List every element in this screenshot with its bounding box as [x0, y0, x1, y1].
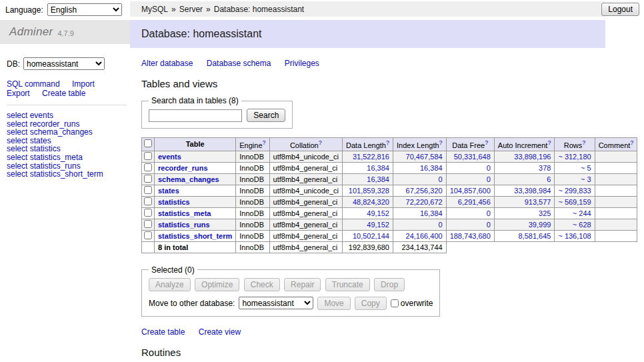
help-link[interactable]: ?	[547, 139, 551, 146]
row-checkbox[interactable]	[144, 152, 152, 160]
data-length-link[interactable]: 49,152	[367, 209, 389, 217]
table-link[interactable]: schema_changes	[158, 175, 219, 183]
table-row: statistics_runs InnoDB utf8mb4_general_c…	[142, 219, 637, 230]
auto-increment-link[interactable]: 33,398,984	[514, 187, 551, 195]
sidebar-item-select-statistics-meta[interactable]: select statistics_meta	[7, 153, 130, 162]
rows-count-link[interactable]: ~ 5	[581, 164, 591, 172]
rows-count-link[interactable]: ~ 569,159	[558, 198, 591, 206]
select-all-checkbox[interactable]	[144, 139, 152, 147]
index-length-link[interactable]: 70,467,584	[406, 153, 443, 161]
copy-button[interactable]: Copy	[355, 297, 387, 310]
help-link[interactable]: ?	[386, 139, 389, 146]
privileges-link[interactable]: Privileges	[285, 59, 319, 68]
breadcrumb-server-link[interactable]: Server	[179, 5, 203, 14]
app-logo[interactable]: Adminer 4.7.9	[0, 20, 130, 44]
help-link[interactable]: ?	[582, 139, 585, 146]
data-free-link[interactable]: 188,743,680	[450, 232, 491, 240]
optimize-button[interactable]: Optimize	[195, 278, 239, 291]
move-button[interactable]: Move	[317, 297, 350, 310]
index-length-link[interactable]: 16,384	[420, 164, 443, 172]
db-action-links: Alter database Database schema Privilege…	[141, 59, 605, 68]
check-button[interactable]: Check	[244, 278, 280, 291]
table-link[interactable]: statistics	[158, 198, 190, 206]
create-view-link[interactable]: Create view	[199, 327, 241, 337]
auto-increment-link[interactable]: 39,999	[529, 221, 551, 229]
sidebar-link-sql-command[interactable]: SQL command	[7, 79, 60, 89]
table-link[interactable]: statistics_runs	[158, 221, 210, 229]
create-table-link[interactable]: Create table	[141, 327, 185, 337]
data-length-link[interactable]: 101,859,328	[349, 187, 389, 195]
rows-count-link[interactable]: ~ 3	[581, 175, 591, 183]
row-checkbox[interactable]	[144, 163, 152, 171]
sidebar-item-select-statistics-short-term[interactable]: select statistics_short_term	[7, 170, 130, 179]
truncate-button[interactable]: Truncate	[325, 278, 370, 291]
row-checkbox[interactable]	[144, 175, 152, 183]
auto-increment-link[interactable]: 378	[539, 164, 551, 172]
language-select[interactable]: English	[47, 3, 122, 16]
table-link[interactable]: events	[158, 153, 181, 161]
auto-increment-link[interactable]: 6	[547, 175, 551, 183]
index-length-link[interactable]: 67,256,320	[406, 187, 443, 195]
index-length-link[interactable]: 24,166,400	[406, 232, 443, 240]
auto-increment-link[interactable]: 913,577	[525, 198, 551, 206]
auto-increment-link[interactable]: 33,898,196	[514, 153, 551, 161]
index-length-link[interactable]: 16,384	[420, 209, 443, 217]
data-free-link[interactable]: 0	[487, 209, 491, 217]
sidebar-item-select-events[interactable]: select events	[7, 111, 130, 120]
data-length-link[interactable]: 10,502,144	[353, 232, 389, 240]
rows-count-link[interactable]: ~ 244	[573, 209, 591, 217]
breadcrumb-mysql-link[interactable]: MySQL	[141, 5, 168, 14]
data-free-link[interactable]: 0	[487, 175, 491, 183]
table-link[interactable]: recorder_runs	[158, 164, 208, 172]
auto-increment-link[interactable]: 8,581,645	[518, 232, 551, 240]
rows-count-link[interactable]: ~ 136,108	[558, 232, 591, 240]
drop-button[interactable]: Drop	[374, 278, 405, 291]
table-row: events InnoDB utf8mb4_unicode_ci 31,522,…	[142, 151, 637, 162]
table-link[interactable]: statistics_meta	[158, 209, 211, 217]
logout-button[interactable]: Logout	[601, 3, 639, 16]
help-link[interactable]: ?	[319, 139, 322, 146]
help-link[interactable]: ?	[263, 139, 266, 146]
row-checkbox[interactable]	[144, 220, 152, 228]
db-select[interactable]: homeassistant	[23, 57, 105, 70]
alter-database-link[interactable]: Alter database	[141, 59, 193, 68]
data-length-link[interactable]: 31,522,816	[353, 153, 389, 161]
database-schema-link[interactable]: Database schema	[207, 59, 271, 68]
row-checkbox[interactable]	[144, 197, 152, 205]
data-length-link[interactable]: 48,824,320	[353, 198, 389, 206]
auto-increment-link[interactable]: 325	[539, 209, 551, 217]
data-length-link[interactable]: 16,384	[367, 175, 389, 183]
data-free-link[interactable]: 0	[487, 164, 491, 172]
row-checkbox[interactable]	[144, 209, 152, 217]
index-length-link[interactable]: 0	[439, 175, 443, 183]
data-free-link[interactable]: 6,291,456	[458, 198, 491, 206]
rows-count-link[interactable]: ~ 299,833	[558, 187, 591, 195]
table-link[interactable]: states	[158, 187, 179, 195]
sidebar-link-create-table[interactable]: Create table	[42, 89, 85, 98]
help-link[interactable]: ?	[439, 139, 443, 146]
table-link[interactable]: statistics_short_term	[158, 232, 232, 240]
analyze-button[interactable]: Analyze	[149, 278, 191, 291]
help-link[interactable]: ?	[485, 139, 488, 146]
sidebar-link-export[interactable]: Export	[7, 89, 30, 98]
data-free-link[interactable]: 50,331,648	[454, 153, 491, 161]
sidebar-link-import[interactable]: Import	[72, 79, 95, 89]
index-length-link[interactable]: 72,220,672	[406, 198, 443, 206]
help-link[interactable]: ?	[630, 139, 633, 146]
data-length-link[interactable]: 16,384	[367, 164, 389, 172]
data-free-link[interactable]: 0	[487, 221, 491, 229]
index-length-link[interactable]: 0	[439, 221, 443, 229]
sidebar-item-select-schema-changes[interactable]: select schema_changes	[7, 128, 130, 137]
data-length-link[interactable]: 49,152	[367, 221, 389, 229]
repair-button[interactable]: Repair	[284, 278, 321, 291]
search-input[interactable]	[149, 109, 242, 122]
overwrite-checkbox[interactable]	[391, 299, 399, 307]
move-db-select[interactable]: homeassistant	[239, 297, 313, 309]
rows-count-link[interactable]: ~ 628	[573, 221, 591, 229]
row-checkbox[interactable]	[144, 231, 152, 239]
data-free-link[interactable]: 104,857,600	[450, 187, 491, 195]
col-header-index-length: Index Length?	[393, 138, 446, 151]
search-button[interactable]: Search	[247, 109, 285, 122]
rows-count-link[interactable]: ~ 312,180	[558, 153, 591, 161]
row-checkbox[interactable]	[144, 186, 152, 194]
